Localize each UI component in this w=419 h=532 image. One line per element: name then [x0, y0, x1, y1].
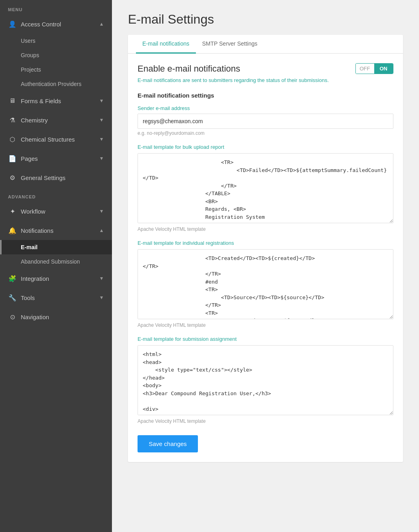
sidebar-subitem-auth-providers[interactable]: Authentication Providers	[0, 77, 112, 91]
bulk-upload-label: E-mail template for bulk upload report	[138, 144, 393, 150]
person-icon: 👤	[8, 20, 17, 28]
bell-icon: 🔔	[8, 226, 17, 235]
sidebar-item-notifications[interactable]: 🔔 Notifications ▲	[0, 221, 112, 240]
sidebar-item-label: Forms & Fields	[21, 98, 61, 104]
sidebar-item-label: Access Control	[21, 21, 61, 28]
sidebar-item-general-settings[interactable]: ⚙ General Settings	[0, 168, 112, 187]
sidebar-item-integration[interactable]: 🧩 Integration ▼	[0, 269, 112, 288]
sidebar-item-label: Chemistry	[21, 117, 48, 124]
sidebar-item-chemistry[interactable]: ⚗ Chemistry ▼	[0, 110, 112, 130]
chevron-down-icon: ▼	[99, 208, 104, 214]
sidebar-item-label: General Settings	[21, 174, 66, 181]
sidebar-subitem-users[interactable]: Users	[0, 34, 112, 48]
submission-assign-group: E-mail template for submission assignmen…	[138, 336, 393, 424]
bulk-upload-hint: Apache Velocity HTML template	[138, 226, 393, 232]
sidebar-item-label: Chemical Structures	[21, 136, 75, 143]
chevron-down-icon: ▼	[99, 156, 104, 161]
enable-toggle[interactable]: OFF ON	[355, 63, 394, 74]
settings-subtitle: E-mail notification settings	[138, 92, 393, 99]
integration-icon: 🧩	[8, 274, 17, 283]
chevron-down-icon: ▼	[99, 276, 104, 281]
tab-smtp-server[interactable]: SMTP Server Settings	[196, 35, 264, 54]
individual-reg-textarea[interactable]	[138, 249, 393, 319]
sidebar-item-label: Workflow	[21, 208, 45, 215]
submission-assign-textarea[interactable]	[138, 345, 393, 415]
sidebar: MENU 👤 Access Control ▲ Users Groups Pro…	[0, 0, 112, 532]
sidebar-item-label: Notifications	[21, 227, 54, 234]
chevron-down-icon: ▼	[99, 136, 104, 142]
pages-icon: 📄	[8, 154, 17, 163]
sidebar-item-workflow[interactable]: ✦ Workflow ▼	[0, 202, 112, 221]
tab-email-notifications[interactable]: E-mail notifications	[136, 35, 196, 54]
sidebar-item-label: Integration	[21, 275, 49, 282]
sidebar-item-navigation[interactable]: ⊙ Navigation	[0, 307, 112, 326]
hexagon-icon: ⬡	[8, 135, 17, 144]
sidebar-item-label: Tools	[21, 294, 35, 301]
navigation-icon: ⊙	[8, 312, 17, 321]
sidebar-subitem-email[interactable]: E-mail	[0, 240, 112, 254]
sender-email-group: Sender e-mail address e.g. no-reply@your…	[138, 105, 393, 136]
submission-assign-hint: Apache Velocity HTML template	[138, 418, 393, 424]
tools-icon: 🔧	[8, 293, 17, 302]
individual-reg-label: E-mail template for individual registrat…	[138, 240, 393, 246]
sidebar-item-tools[interactable]: 🔧 Tools ▼	[0, 288, 112, 307]
page-title: E-mail Settings	[128, 12, 403, 27]
sidebar-item-label: Navigation	[21, 314, 49, 320]
sidebar-subitem-groups[interactable]: Groups	[0, 48, 112, 62]
sidebar-item-forms-fields[interactable]: 🖥 Forms & Fields ▼	[0, 91, 112, 110]
enable-section-title: Enable e-mail notifications	[138, 64, 240, 74]
bulk-upload-textarea[interactable]	[138, 153, 393, 223]
sidebar-item-chemical-structures[interactable]: ⬡ Chemical Structures ▼	[0, 130, 112, 149]
individual-reg-hint: Apache Velocity HTML template	[138, 322, 393, 328]
tab-bar: E-mail notifications SMTP Server Setting…	[128, 35, 403, 54]
main-content: E-mail Settings E-mail notifications SMT…	[112, 0, 419, 532]
bulk-upload-group: E-mail template for bulk upload report A…	[138, 144, 393, 232]
chevron-down-icon: ▼	[99, 117, 104, 123]
menu-section-label: MENU	[0, 0, 112, 14]
chevron-up-icon: ▲	[99, 228, 104, 233]
toggle-on-label: ON	[374, 64, 393, 74]
submission-assign-label: E-mail template for submission assignmen…	[138, 336, 393, 342]
enable-section-header: Enable e-mail notifications OFF ON	[138, 63, 393, 74]
advanced-section-label: ADVANCED	[0, 187, 112, 202]
settings-card: E-mail notifications SMTP Server Setting…	[128, 35, 403, 462]
enable-description: E-mail notifications are sent to submitt…	[138, 77, 393, 83]
sidebar-subitem-abandoned-submission[interactable]: Abandoned Submission	[0, 254, 112, 269]
sender-email-input[interactable]	[138, 114, 393, 129]
card-body: Enable e-mail notifications OFF ON E-mai…	[128, 54, 403, 462]
sidebar-subitem-projects[interactable]: Projects	[0, 62, 112, 77]
chevron-down-icon: ▼	[99, 98, 104, 104]
individual-reg-group: E-mail template for individual registrat…	[138, 240, 393, 328]
sidebar-item-label: Pages	[21, 155, 38, 162]
sidebar-item-access-control[interactable]: 👤 Access Control ▲	[0, 14, 112, 34]
workflow-icon: ✦	[8, 207, 17, 216]
save-button[interactable]: Save changes	[138, 435, 198, 452]
sender-email-label: Sender e-mail address	[138, 105, 393, 111]
chevron-up-icon: ▲	[99, 21, 104, 27]
chevron-down-icon: ▼	[99, 295, 104, 300]
sender-email-hint: e.g. no-reply@yourdomain.com	[138, 130, 393, 136]
gear-icon: ⚙	[8, 173, 17, 182]
sidebar-item-pages[interactable]: 📄 Pages ▼	[0, 149, 112, 168]
toggle-off-label: OFF	[356, 64, 374, 74]
monitor-icon: 🖥	[8, 96, 17, 105]
chemistry-icon: ⚗	[8, 116, 17, 124]
